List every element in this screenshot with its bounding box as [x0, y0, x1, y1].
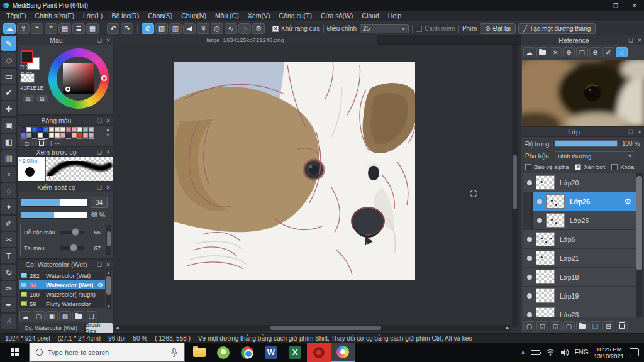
- palette-swatch[interactable]: [77, 127, 82, 132]
- comment-icon[interactable]: ❝: [31, 23, 43, 34]
- menu-item[interactable]: Chụp(N): [177, 11, 211, 20]
- palette-swatch[interactable]: [72, 127, 77, 132]
- taskbar-search[interactable]: Type here to search: [29, 343, 185, 362]
- palette-swatch[interactable]: [38, 127, 43, 132]
- brush-row[interactable]: 59Fluffy Watercolor: [19, 299, 105, 309]
- menu-item[interactable]: Help: [384, 11, 406, 20]
- select-pen-tool[interactable]: ✐: [1, 216, 16, 231]
- palette-swatch[interactable]: [83, 138, 88, 139]
- text-tool[interactable]: T: [1, 248, 16, 263]
- palette-swatch[interactable]: [72, 133, 77, 138]
- select-tool[interactable]: ▭: [1, 69, 16, 84]
- brush-opacity-slider[interactable]: [21, 212, 87, 219]
- palette-new-button[interactable]: ▢: [21, 140, 33, 147]
- soft-edge-checkbox[interactable]: Canh mềm: [416, 25, 455, 32]
- slider-track[interactable]: [60, 246, 85, 250]
- palette-trash-button[interactable]: [35, 140, 47, 147]
- menu-item[interactable]: Tệp(F): [2, 11, 31, 20]
- layer-list-scrollbar[interactable]: [636, 173, 643, 317]
- wifi-icon[interactable]: [546, 349, 555, 356]
- layer-visibility-dot[interactable]: [527, 256, 532, 261]
- eyedropper-tool[interactable]: ✒: [1, 297, 16, 312]
- brush-new-button[interactable]: ▢: [33, 311, 45, 321]
- canvas-vertical-scrollbar[interactable]: [512, 45, 518, 326]
- scrollbar-thumb[interactable]: [636, 176, 642, 270]
- popout-icon[interactable]: ❏: [626, 37, 635, 43]
- layer-visibility-dot[interactable]: [537, 199, 542, 204]
- cloud-icon[interactable]: ☁: [3, 23, 16, 34]
- scroll-right-icon[interactable]: ▶: [504, 326, 511, 331]
- palette-swatch[interactable]: [55, 127, 60, 132]
- hand-tool[interactable]: ☝: [1, 314, 16, 329]
- shape-brush-tool[interactable]: ▣: [1, 118, 16, 133]
- layer-new-halftone-button[interactable]: ◲: [536, 321, 548, 331]
- palette-swatch[interactable]: [26, 133, 31, 138]
- palette-swatch[interactable]: [83, 127, 88, 132]
- brush-tool[interactable]: ✎: [1, 36, 16, 51]
- menu-item[interactable]: Lớp(L): [79, 11, 107, 20]
- select-rect-tool[interactable]: ▫: [1, 167, 16, 182]
- taskbar-app-word[interactable]: W: [259, 343, 283, 362]
- bucket-tool[interactable]: ◧: [1, 134, 16, 149]
- close-button[interactable]: ✕: [625, 0, 644, 11]
- layer-visibility-dot[interactable]: [527, 237, 532, 242]
- canvas-horizontal-scrollbar[interactable]: ◀ ▶: [114, 325, 511, 331]
- start-button[interactable]: [0, 343, 29, 362]
- undo-icon[interactable]: ↶: [107, 23, 119, 34]
- reference-zoom-out-button[interactable]: ⊖: [589, 47, 601, 57]
- list-settings-icon[interactable]: ≣: [72, 23, 85, 34]
- menu-item[interactable]: Cửa sổ(W): [316, 11, 357, 20]
- close-icon[interactable]: ✕: [635, 37, 644, 43]
- layer-merge-button[interactable]: ⊟: [602, 321, 614, 331]
- palette-swatch[interactable]: [49, 133, 54, 138]
- snap-curve-icon[interactable]: ∿: [225, 23, 237, 34]
- reference-fit-button[interactable]: ◰: [576, 47, 588, 57]
- lasso-tool[interactable]: ◌: [1, 183, 16, 198]
- menu-item[interactable]: Màu (C): [211, 11, 243, 20]
- layer-opacity-slider[interactable]: [555, 140, 618, 147]
- palette-swatch[interactable]: [83, 133, 88, 138]
- popout-icon[interactable]: ❏: [95, 118, 104, 124]
- microphone-icon[interactable]: [170, 348, 178, 358]
- reset-button[interactable]: ⊘ Đặt lại: [480, 23, 516, 34]
- popout-icon[interactable]: ❏: [626, 129, 635, 135]
- scrollbar-thumb[interactable]: [270, 326, 381, 330]
- brush-size-slider[interactable]: [21, 199, 87, 207]
- brush-row[interactable]: 34Watercolor (Wet)⚙: [19, 280, 105, 290]
- speaker-icon[interactable]: [560, 349, 569, 356]
- menu-item[interactable]: Công cụ(T): [274, 11, 316, 20]
- brush-new-menu-button[interactable]: ▣: [46, 311, 58, 321]
- reference-hand-button[interactable]: ☝: [616, 47, 628, 57]
- palette-swatch[interactable]: [66, 127, 71, 132]
- palette-swatch[interactable]: [60, 133, 65, 138]
- palette-swatch[interactable]: [32, 133, 37, 138]
- upload-icon[interactable]: ⇪: [17, 23, 30, 34]
- brush-script-button[interactable]: ▤: [59, 311, 71, 321]
- reference-zoom-in-button[interactable]: ⊕: [563, 47, 575, 57]
- palette-swatch[interactable]: [89, 138, 94, 139]
- magic-wand-tool[interactable]: ✦: [1, 199, 16, 214]
- layer-trash-button[interactable]: [616, 321, 628, 331]
- layer-visibility-dot[interactable]: [527, 312, 532, 317]
- reference-eyedropper-button[interactable]: ✐: [602, 47, 614, 57]
- palette-swatch[interactable]: [72, 138, 77, 139]
- snap-ellipse-icon[interactable]: ◌: [238, 23, 251, 34]
- layer-folder-button[interactable]: [576, 321, 588, 331]
- palette-swatch[interactable]: [21, 138, 26, 139]
- slider-track[interactable]: [60, 231, 85, 234]
- close-icon[interactable]: ✕: [104, 184, 113, 190]
- popout-icon[interactable]: ❏: [95, 184, 104, 190]
- layer-add-menu-button[interactable]: ▢: [563, 321, 575, 331]
- layer-visibility-dot[interactable]: [537, 218, 542, 223]
- layer-duplicate-button[interactable]: ❑: [589, 321, 601, 331]
- brush-folder-button[interactable]: [72, 311, 84, 321]
- brush-settings-gear-icon[interactable]: ⚙: [97, 282, 105, 288]
- brush-row[interactable]: 282Watercolor (Wet): [19, 271, 105, 280]
- taskbar-app-medibang[interactable]: [331, 343, 355, 362]
- reference-folder-button[interactable]: [536, 47, 548, 57]
- layer-row[interactable]: Lớp6: [523, 230, 636, 248]
- brush-row[interactable]: 100Watercolor( rough): [19, 290, 105, 299]
- rotate-view-tool[interactable]: ↻: [1, 265, 16, 280]
- popout-icon[interactable]: ❏: [95, 261, 104, 268]
- layer-visibility-dot[interactable]: [527, 293, 532, 299]
